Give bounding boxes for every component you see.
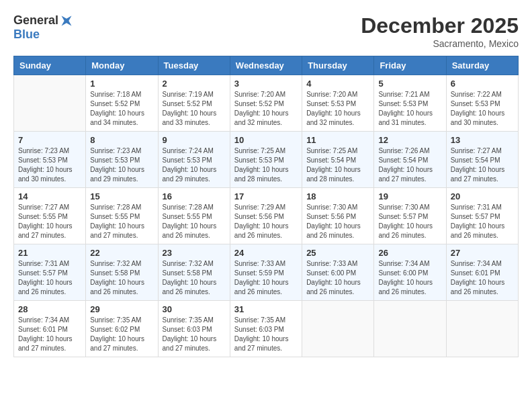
day-info: Sunrise: 7:31 AM Sunset: 5:57 PM Dayligh… xyxy=(451,203,514,240)
day-number: 20 xyxy=(451,191,514,201)
day-info: Sunrise: 7:30 AM Sunset: 5:57 PM Dayligh… xyxy=(378,203,441,240)
calendar-day-cell: 9Sunrise: 7:24 AM Sunset: 5:53 PM Daylig… xyxy=(158,132,230,188)
day-info: Sunrise: 7:24 AM Sunset: 5:53 PM Dayligh… xyxy=(163,146,226,184)
day-number: 21 xyxy=(18,248,81,258)
day-number: 12 xyxy=(378,135,441,145)
calendar-day-cell: 15Sunrise: 7:28 AM Sunset: 5:55 PM Dayli… xyxy=(86,188,158,244)
day-number: 5 xyxy=(378,79,441,89)
calendar-day-cell: 5Sunrise: 7:21 AM Sunset: 5:53 PM Daylig… xyxy=(374,75,446,132)
day-number: 31 xyxy=(234,304,298,314)
calendar-day-cell xyxy=(14,75,86,132)
calendar-week-row: 1Sunrise: 7:18 AM Sunset: 5:52 PM Daylig… xyxy=(14,75,519,132)
calendar-week-row: 14Sunrise: 7:27 AM Sunset: 5:55 PM Dayli… xyxy=(14,188,519,244)
calendar-day-cell: 3Sunrise: 7:20 AM Sunset: 5:52 PM Daylig… xyxy=(230,75,302,132)
day-number: 8 xyxy=(90,135,153,145)
logo-bird-icon xyxy=(60,14,73,28)
calendar-day-cell: 12Sunrise: 7:26 AM Sunset: 5:54 PM Dayli… xyxy=(374,132,446,188)
day-info: Sunrise: 7:18 AM Sunset: 5:52 PM Dayligh… xyxy=(90,90,153,128)
day-number: 2 xyxy=(163,79,226,89)
day-info: Sunrise: 7:25 AM Sunset: 5:54 PM Dayligh… xyxy=(306,146,369,184)
day-number: 23 xyxy=(163,248,226,258)
day-info: Sunrise: 7:32 AM Sunset: 5:58 PM Dayligh… xyxy=(90,259,153,297)
day-number: 24 xyxy=(234,248,298,258)
title-section: December 2025 Sacramento, Mexico xyxy=(361,13,519,49)
weekday-header-sunday: Sunday xyxy=(14,56,86,75)
day-number: 4 xyxy=(306,79,369,89)
calendar-day-cell xyxy=(446,301,518,357)
day-info: Sunrise: 7:27 AM Sunset: 5:54 PM Dayligh… xyxy=(451,146,514,184)
weekday-header-tuesday: Tuesday xyxy=(158,56,230,75)
day-info: Sunrise: 7:34 AM Sunset: 6:01 PM Dayligh… xyxy=(18,316,81,353)
day-info: Sunrise: 7:30 AM Sunset: 5:56 PM Dayligh… xyxy=(306,203,369,240)
calendar-day-cell: 29Sunrise: 7:35 AM Sunset: 6:02 PM Dayli… xyxy=(86,301,158,357)
day-number: 16 xyxy=(163,191,226,201)
day-number: 6 xyxy=(451,79,514,89)
calendar-day-cell: 6Sunrise: 7:22 AM Sunset: 5:53 PM Daylig… xyxy=(446,75,518,132)
day-info: Sunrise: 7:23 AM Sunset: 5:53 PM Dayligh… xyxy=(18,146,81,184)
calendar-day-cell: 27Sunrise: 7:34 AM Sunset: 6:01 PM Dayli… xyxy=(446,244,518,301)
day-number: 26 xyxy=(378,248,441,258)
day-info: Sunrise: 7:19 AM Sunset: 5:52 PM Dayligh… xyxy=(163,90,226,128)
logo-general: General xyxy=(13,13,58,28)
day-info: Sunrise: 7:33 AM Sunset: 6:00 PM Dayligh… xyxy=(306,259,369,297)
calendar-day-cell: 7Sunrise: 7:23 AM Sunset: 5:53 PM Daylig… xyxy=(14,132,86,188)
day-number: 10 xyxy=(234,135,298,145)
day-number: 28 xyxy=(18,304,81,314)
calendar-day-cell: 21Sunrise: 7:31 AM Sunset: 5:57 PM Dayli… xyxy=(14,244,86,301)
calendar-day-cell: 13Sunrise: 7:27 AM Sunset: 5:54 PM Dayli… xyxy=(446,132,518,188)
weekday-header-row: SundayMondayTuesdayWednesdayThursdayFrid… xyxy=(14,56,519,75)
day-number: 11 xyxy=(306,135,369,145)
weekday-header-wednesday: Wednesday xyxy=(230,56,302,75)
month-title: December 2025 xyxy=(361,13,519,38)
calendar-day-cell: 2Sunrise: 7:19 AM Sunset: 5:52 PM Daylig… xyxy=(158,75,230,132)
calendar-day-cell: 14Sunrise: 7:27 AM Sunset: 5:55 PM Dayli… xyxy=(14,188,86,244)
calendar-day-cell: 19Sunrise: 7:30 AM Sunset: 5:57 PM Dayli… xyxy=(374,188,446,244)
weekday-header-thursday: Thursday xyxy=(302,56,374,75)
day-info: Sunrise: 7:22 AM Sunset: 5:53 PM Dayligh… xyxy=(451,90,514,128)
calendar-day-cell: 11Sunrise: 7:25 AM Sunset: 5:54 PM Dayli… xyxy=(302,132,374,188)
calendar-day-cell: 30Sunrise: 7:35 AM Sunset: 6:03 PM Dayli… xyxy=(158,301,230,357)
day-info: Sunrise: 7:31 AM Sunset: 5:57 PM Dayligh… xyxy=(18,259,81,297)
calendar-day-cell: 4Sunrise: 7:20 AM Sunset: 5:53 PM Daylig… xyxy=(302,75,374,132)
weekday-header-friday: Friday xyxy=(374,56,446,75)
day-info: Sunrise: 7:32 AM Sunset: 5:58 PM Dayligh… xyxy=(163,259,226,297)
calendar-table: SundayMondayTuesdayWednesdayThursdayFrid… xyxy=(13,56,519,357)
weekday-header-monday: Monday xyxy=(86,56,158,75)
day-number: 7 xyxy=(18,135,81,145)
day-info: Sunrise: 7:25 AM Sunset: 5:53 PM Dayligh… xyxy=(234,146,298,184)
calendar-day-cell: 17Sunrise: 7:29 AM Sunset: 5:56 PM Dayli… xyxy=(230,188,302,244)
day-info: Sunrise: 7:27 AM Sunset: 5:55 PM Dayligh… xyxy=(18,203,81,240)
day-number: 15 xyxy=(90,191,153,201)
calendar-day-cell: 16Sunrise: 7:28 AM Sunset: 5:55 PM Dayli… xyxy=(158,188,230,244)
day-number: 29 xyxy=(90,304,153,314)
day-number: 22 xyxy=(90,248,153,258)
calendar-day-cell: 24Sunrise: 7:33 AM Sunset: 5:59 PM Dayli… xyxy=(230,244,302,301)
day-info: Sunrise: 7:29 AM Sunset: 5:56 PM Dayligh… xyxy=(234,203,298,240)
day-number: 13 xyxy=(451,135,514,145)
day-number: 14 xyxy=(18,191,81,201)
day-info: Sunrise: 7:28 AM Sunset: 5:55 PM Dayligh… xyxy=(163,203,226,240)
calendar-day-cell: 22Sunrise: 7:32 AM Sunset: 5:58 PM Dayli… xyxy=(86,244,158,301)
page-header: General Blue December 2025 Sacramento, M… xyxy=(13,13,519,49)
calendar-day-cell: 18Sunrise: 7:30 AM Sunset: 5:56 PM Dayli… xyxy=(302,188,374,244)
day-info: Sunrise: 7:34 AM Sunset: 6:01 PM Dayligh… xyxy=(451,259,514,297)
day-info: Sunrise: 7:20 AM Sunset: 5:52 PM Dayligh… xyxy=(234,90,298,128)
logo-blue: Blue xyxy=(13,28,40,41)
day-info: Sunrise: 7:35 AM Sunset: 6:03 PM Dayligh… xyxy=(163,316,226,353)
calendar-day-cell: 31Sunrise: 7:35 AM Sunset: 6:03 PM Dayli… xyxy=(230,301,302,357)
day-info: Sunrise: 7:21 AM Sunset: 5:53 PM Dayligh… xyxy=(378,90,441,128)
day-info: Sunrise: 7:35 AM Sunset: 6:02 PM Dayligh… xyxy=(90,316,153,353)
day-info: Sunrise: 7:28 AM Sunset: 5:55 PM Dayligh… xyxy=(90,203,153,240)
calendar-day-cell xyxy=(374,301,446,357)
day-info: Sunrise: 7:20 AM Sunset: 5:53 PM Dayligh… xyxy=(306,90,369,128)
location-subtitle: Sacramento, Mexico xyxy=(361,38,519,49)
day-number: 18 xyxy=(306,191,369,201)
weekday-header-saturday: Saturday xyxy=(446,56,518,75)
day-number: 30 xyxy=(163,304,226,314)
calendar-day-cell: 26Sunrise: 7:34 AM Sunset: 6:00 PM Dayli… xyxy=(374,244,446,301)
calendar-week-row: 28Sunrise: 7:34 AM Sunset: 6:01 PM Dayli… xyxy=(14,301,519,357)
logo: General Blue xyxy=(13,13,72,42)
calendar-day-cell: 28Sunrise: 7:34 AM Sunset: 6:01 PM Dayli… xyxy=(14,301,86,357)
day-number: 25 xyxy=(306,248,369,258)
day-info: Sunrise: 7:26 AM Sunset: 5:54 PM Dayligh… xyxy=(378,146,441,184)
